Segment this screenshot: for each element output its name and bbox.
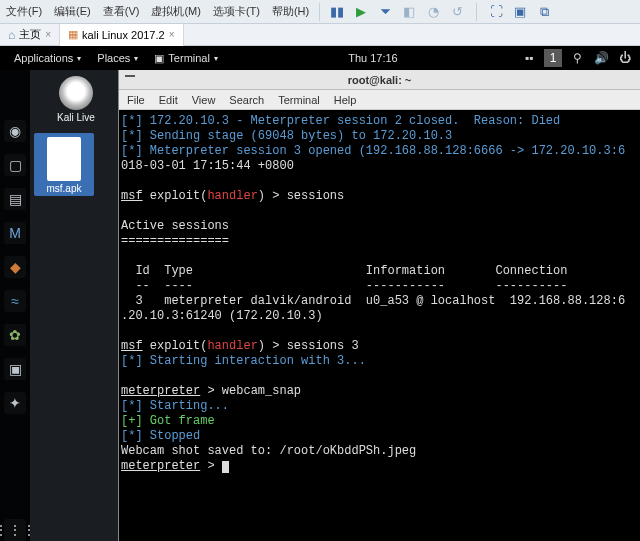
terminal-title: root@kali: ~ — [348, 74, 412, 86]
divider — [476, 3, 477, 21]
desktop: ◉ ▢ ▤ M ◆ ≈ ✿ ▣ ✦ ⋮⋮⋮ Kali Live msf.apk … — [0, 70, 640, 541]
host-menubar: 文件(F) 编辑(E) 查看(V) 虚拟机(M) 选项卡(T) 帮助(H) ▮▮… — [0, 0, 640, 24]
msf-apk-label: msf.apk — [46, 183, 81, 194]
terminal-icon: ▣ — [154, 52, 164, 65]
host-tabstrip: ⌂ 主页 × ▦ kali Linux 2017.2 × — [0, 24, 640, 46]
unity-icon[interactable]: ⧉ — [535, 3, 553, 21]
files-icon[interactable]: ▤ — [4, 188, 26, 210]
terminal-icon[interactable]: ▢ — [4, 154, 26, 176]
kali-live-label: Kali Live — [57, 112, 95, 123]
fullscreen-icon[interactable]: ▣ — [511, 3, 529, 21]
kali-logo-icon — [59, 76, 93, 110]
terminal-titlebar[interactable]: root@kali: ~ — [119, 70, 640, 90]
msf-apk-file[interactable]: msf.apk — [34, 133, 94, 196]
host-menu-edit[interactable]: 编辑(E) — [48, 4, 97, 19]
volume-icon[interactable]: 🔊 — [592, 49, 610, 67]
pause-icon[interactable]: ▮▮ — [328, 3, 346, 21]
chevron-down-icon: ▾ — [214, 54, 218, 63]
terminal-menubar: File Edit View Search Terminal Help — [119, 90, 640, 110]
browser-icon[interactable]: ◉ — [4, 120, 26, 142]
app-icon[interactable]: ▣ — [4, 358, 26, 380]
settings-slider-icon[interactable]: ⚲ — [568, 49, 586, 67]
metasploit-icon[interactable]: M — [4, 222, 26, 244]
workspace-indicator[interactable]: 1 — [544, 49, 562, 67]
host-menu-file[interactable]: 文件(F) — [0, 4, 48, 19]
term-menu-terminal[interactable]: Terminal — [278, 94, 320, 106]
device-icon[interactable]: ⏷ — [376, 3, 394, 21]
host-menu-vm[interactable]: 虚拟机(M) — [145, 4, 207, 19]
gnome-terminal-entry[interactable]: ▣ Terminal▾ — [146, 52, 226, 65]
term-menu-file[interactable]: File — [127, 94, 145, 106]
record-icon[interactable]: ▪▪ — [520, 49, 538, 67]
tab-kali-label: kali Linux 2017.2 — [82, 29, 165, 41]
minimize-icon[interactable] — [125, 74, 135, 77]
cursor — [222, 461, 229, 473]
gnome-clock[interactable]: Thu 17:16 — [226, 52, 520, 64]
terminal-body[interactable]: [*] 172.20.10.3 - Meterpreter session 2 … — [119, 110, 640, 541]
revert-icon[interactable]: ↺ — [448, 3, 466, 21]
tab-kali[interactable]: ▦ kali Linux 2017.2 × — [60, 24, 183, 46]
dock: ◉ ▢ ▤ M ◆ ≈ ✿ ▣ ✦ ⋮⋮⋮ — [0, 70, 30, 541]
tab-home[interactable]: ⌂ 主页 × — [0, 24, 60, 46]
close-icon[interactable]: × — [45, 29, 51, 40]
file-icon — [47, 137, 81, 181]
divider — [319, 3, 320, 21]
gear-icon[interactable]: ✦ — [4, 392, 26, 414]
host-menu-tabs[interactable]: 选项卡(T) — [207, 4, 266, 19]
wireshark-icon[interactable]: ≈ — [4, 290, 26, 312]
snapshot-icon[interactable]: ◧ — [400, 3, 418, 21]
term-menu-help[interactable]: Help — [334, 94, 357, 106]
fit-icon[interactable]: ⛶ — [487, 3, 505, 21]
gnome-applications[interactable]: Applications▾ — [6, 52, 89, 64]
show-apps-icon[interactable]: ⋮⋮⋮ — [4, 519, 26, 541]
burp-icon[interactable]: ◆ — [4, 256, 26, 278]
host-menu-help[interactable]: 帮助(H) — [266, 4, 315, 19]
term-menu-edit[interactable]: Edit — [159, 94, 178, 106]
host-menu-view[interactable]: 查看(V) — [97, 4, 146, 19]
close-icon[interactable]: × — [169, 29, 175, 40]
leaf-icon[interactable]: ✿ — [4, 324, 26, 346]
monitor-icon: ▦ — [68, 28, 78, 41]
desktop-icons: Kali Live msf.apk — [30, 70, 122, 541]
tab-home-label: 主页 — [19, 27, 41, 42]
gnome-topbar: Applications▾ Places▾ ▣ Terminal▾ Thu 17… — [0, 46, 640, 70]
play-icon[interactable]: ▶ — [352, 3, 370, 21]
kali-live-shortcut[interactable]: Kali Live — [34, 76, 118, 123]
power-icon[interactable]: ⏻ — [616, 49, 634, 67]
gnome-places[interactable]: Places▾ — [89, 52, 146, 64]
clock-icon[interactable]: ◔ — [424, 3, 442, 21]
term-menu-view[interactable]: View — [192, 94, 216, 106]
terminal-window: root@kali: ~ File Edit View Search Termi… — [118, 70, 640, 541]
chevron-down-icon: ▾ — [134, 54, 138, 63]
chevron-down-icon: ▾ — [77, 54, 81, 63]
host-toolbar: ▮▮ ▶ ⏷ ◧ ◔ ↺ ⛶ ▣ ⧉ — [324, 3, 553, 21]
term-menu-search[interactable]: Search — [229, 94, 264, 106]
home-icon: ⌂ — [8, 28, 15, 42]
